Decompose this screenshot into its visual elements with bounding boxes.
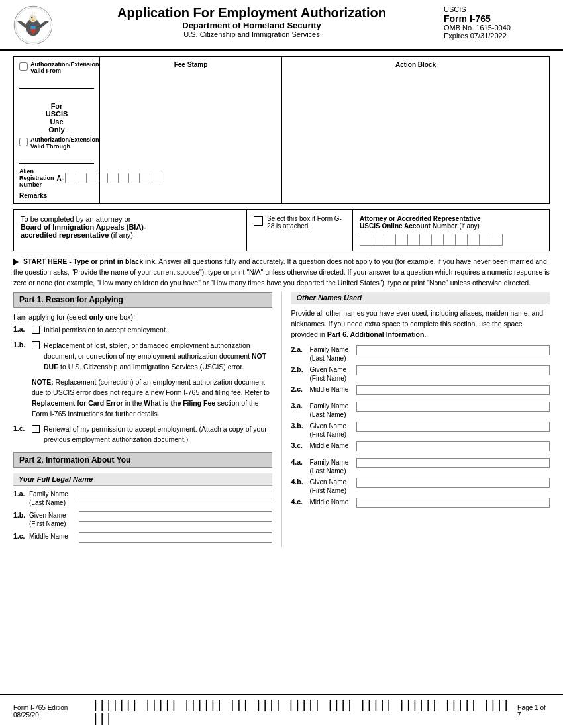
atty-account-subtitle: (if any)	[459, 222, 480, 230]
atty-box-10[interactable]	[467, 234, 479, 246]
option-1b-text: Replacement of lost, stolen, or damaged …	[44, 341, 272, 372]
g28-checkbox[interactable]	[254, 216, 263, 226]
field-1a-label: Family Name (Last Name)	[29, 490, 79, 507]
atty-box-3[interactable]	[384, 234, 395, 246]
field-1c-input[interactable]	[79, 532, 272, 543]
alien-box-1[interactable]	[65, 173, 76, 183]
field-1b-row: 1.b. Given Name (First Name)	[13, 511, 272, 528]
other-name-num-5: 3.c.	[291, 441, 310, 449]
other-name-label-3: Family Name(Last Name)	[310, 402, 356, 419]
other-name-field-row-0: 2.a.Family Name(Last Name)	[291, 345, 550, 363]
atty-box-8[interactable]	[443, 234, 455, 246]
attorney-middle-panel: Select this box if Form G-28 is attached…	[247, 210, 353, 251]
option-1c-checkbox[interactable]	[32, 425, 40, 433]
atty-account-boxes	[360, 234, 542, 246]
field-1b-input[interactable]	[79, 511, 272, 522]
fee-stamp-label: Fee Stamp	[105, 61, 276, 68]
action-block-area: Action Block	[282, 57, 549, 203]
atty-rep-title: Attorney or Accredited Representative	[360, 215, 480, 222]
form-department: Department of Homeland Security	[66, 21, 437, 30]
atty-box-12[interactable]	[491, 234, 503, 246]
other-name-field-row-2: 2.c.Middle Name	[291, 385, 550, 395]
applying-for-header: I am applying for (select only one box):	[13, 313, 272, 321]
other-name-input-8[interactable]	[356, 498, 550, 508]
atty-box-5[interactable]	[407, 234, 419, 246]
auth-valid-from-field[interactable]	[19, 79, 94, 89]
option-1b-checkbox[interactable]	[32, 341, 40, 349]
note-label: NOTE:	[32, 378, 54, 386]
other-names-header: Other Names Used	[291, 292, 550, 304]
option-1a-num: 1.a.	[13, 325, 32, 333]
alien-box-3[interactable]	[86, 173, 97, 183]
field-1a-input[interactable]	[79, 490, 272, 500]
other-name-num-6: 4.a.	[291, 458, 310, 466]
other-name-num-1: 2.b.	[291, 365, 310, 373]
option-1c-num: 1.c.	[13, 424, 32, 432]
auth-ext-valid-from-checkbox[interactable]	[19, 62, 28, 71]
other-names-fields: 2.a.Family Name(Last Name)2.b.Given Name…	[291, 345, 550, 508]
remarks-label: Remarks	[19, 192, 94, 199]
atty-box-9[interactable]	[455, 234, 467, 246]
right-column: Other Names Used Provide all other names…	[282, 292, 550, 547]
atty-box-2[interactable]	[372, 234, 384, 246]
other-names-desc: Provide all other names you have ever us…	[291, 308, 550, 340]
other-name-input-1[interactable]	[356, 365, 550, 375]
option-1c-row: 1.c. Renewal of my permission to accept …	[13, 424, 272, 445]
atty-box-6[interactable]	[419, 234, 431, 246]
legal-name-header: Your Full Legal Name	[13, 473, 272, 486]
other-name-num-3: 3.a.	[291, 402, 310, 410]
field-1c-num: 1.c.	[13, 532, 29, 540]
atty-box-1[interactable]	[360, 234, 372, 246]
uscis-left-panel: Authorization/Extension Valid From For U…	[14, 57, 100, 203]
agency-logo: ★ ★ ★ ★ ★ DEPARTMENT OF HOMELAND SECURIT…	[13, 5, 60, 46]
alien-reg-label: Alien Registration Number	[19, 168, 54, 188]
note-text: Replacement (correction) of an employmen…	[32, 378, 270, 396]
main-content: Part 1. Reason for Applying I am applyin…	[13, 292, 550, 547]
atty-box-11[interactable]	[479, 234, 491, 246]
alien-reg-row: Alien Registration Number A-	[19, 168, 94, 188]
fee-stamp-area: Fee Stamp	[100, 57, 282, 203]
option-1b-num: 1.b.	[13, 341, 32, 349]
other-name-input-5[interactable]	[356, 441, 550, 451]
attorney-text4: (if any).	[111, 231, 135, 239]
applying-for-label: I am applying for	[13, 313, 65, 321]
atty-box-7[interactable]	[431, 234, 443, 246]
svg-rect-7	[30, 26, 35, 29]
other-name-field-row-8: 4.c.Middle Name	[291, 498, 550, 508]
auth-ext-valid-from-label: Authorization/Extension Valid From	[30, 61, 99, 74]
part2-header: Part 2. Information About You	[13, 452, 272, 468]
alien-box-2[interactable]	[76, 173, 86, 183]
auth-valid-through-field[interactable]	[19, 155, 94, 164]
option-1a-text: Initial permission to accept employment.	[44, 325, 168, 336]
action-block-label: Action Block	[287, 61, 544, 68]
footer-edition: Form I-765 Edition 08/25/20	[13, 704, 92, 719]
form-number-label: Form I-765	[444, 13, 550, 24]
form-agency-full: U.S. Citizenship and Immigration Service…	[66, 30, 437, 38]
other-name-field-row-6: 4.a.Family Name(Last Name)	[291, 458, 550, 475]
left-column: Part 1. Reason for Applying I am applyin…	[13, 292, 282, 547]
other-name-input-3[interactable]	[356, 402, 550, 412]
page-header: ★ ★ ★ ★ ★ DEPARTMENT OF HOMELAND SECURIT…	[0, 0, 563, 51]
header-right: USCIS Form I-765 OMB No. 1615-0040 Expir…	[444, 5, 550, 40]
auth-ext-valid-through-checkbox[interactable]	[19, 138, 28, 146]
field-1b-label: Given Name (First Name)	[29, 511, 79, 528]
atty-box-4[interactable]	[395, 234, 407, 246]
auth-ext-valid-through-label: Authorization/Extension Valid Through	[30, 136, 99, 150]
other-name-input-2[interactable]	[356, 385, 550, 395]
omb-number: OMB No. 1615-0040	[444, 24, 550, 32]
other-name-input-4[interactable]	[356, 422, 550, 432]
part2-header-label: Part 2. Information About You	[19, 455, 130, 465]
svg-point-6	[31, 17, 32, 18]
attorney-left-panel: To be completed by an attorney or Board …	[14, 210, 247, 251]
other-name-field-row-1: 2.b.Given Name(First Name)	[291, 365, 550, 383]
other-name-input-7[interactable]	[356, 478, 550, 488]
other-names-label: Other Names Used	[297, 294, 362, 302]
option-1a-checkbox[interactable]	[32, 326, 40, 334]
agency-abbr: USCIS	[444, 5, 550, 13]
page: ★ ★ ★ ★ ★ DEPARTMENT OF HOMELAND SECURIT…	[0, 0, 563, 728]
note-bold2: What is the Filing Fee	[144, 399, 215, 407]
attorney-text3: accredited representative	[21, 231, 109, 239]
other-name-input-0[interactable]	[356, 345, 550, 355]
field-1a-row: 1.a. Family Name (Last Name)	[13, 490, 272, 507]
other-name-input-6[interactable]	[356, 458, 550, 468]
